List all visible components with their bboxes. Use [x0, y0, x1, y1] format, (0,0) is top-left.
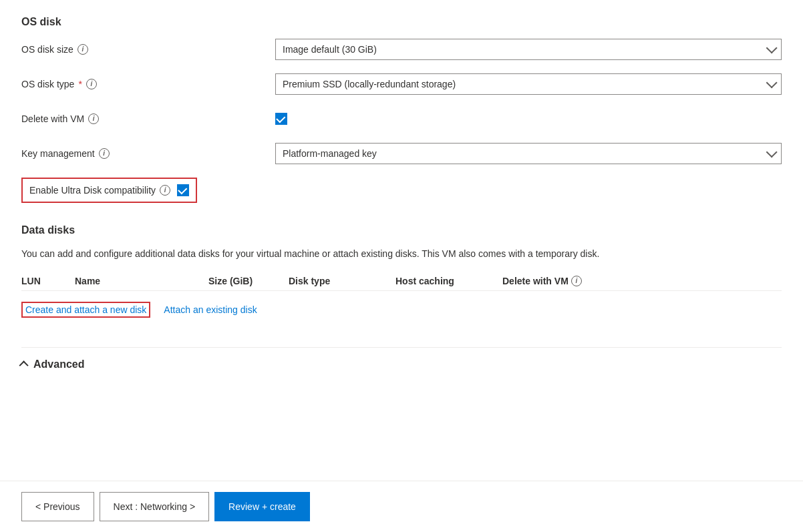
table-header-size: Size (GiB) — [208, 276, 289, 286]
table-header-disk-type: Disk type — [289, 276, 395, 286]
data-disks-table-header: LUN Name Size (GiB) Disk type Host cachi… — [21, 272, 782, 291]
delete-with-vm-control — [275, 113, 782, 125]
table-header-name: Name — [75, 276, 208, 286]
os-disk-size-select[interactable]: Image default (30 GiB) — [275, 39, 782, 60]
os-disk-type-info-icon[interactable]: i — [86, 79, 97, 89]
table-header-lun: LUN — [21, 276, 75, 286]
os-disk-size-row: OS disk size i Image default (30 GiB) — [21, 39, 782, 60]
review-create-button[interactable]: Review + create — [214, 492, 310, 521]
delete-with-vm-checkbox[interactable] — [275, 113, 287, 125]
os-disk-size-chevron-icon — [766, 42, 778, 53]
attach-existing-disk-button[interactable]: Attach an existing disk — [164, 304, 257, 315]
os-disk-section: OS disk OS disk size i Image default (30… — [21, 16, 782, 219]
delete-with-vm-checkbox-wrapper — [275, 113, 782, 125]
os-disk-title: OS disk — [21, 16, 782, 28]
ultra-disk-label: Enable Ultra Disk compatibility i — [29, 185, 170, 196]
table-header-delete-vm-info-icon[interactable]: i — [571, 276, 582, 286]
key-management-info-icon[interactable]: i — [99, 148, 110, 159]
table-header-delete-vm: Delete with VM i — [502, 276, 623, 286]
table-actions: Create and attach a new disk Attach an e… — [21, 294, 782, 326]
required-indicator: * — [78, 79, 82, 89]
footer: < Previous Next : Networking > Review + … — [0, 481, 803, 532]
previous-button[interactable]: < Previous — [21, 492, 94, 521]
key-management-control: Platform-managed key — [275, 143, 782, 164]
ultra-disk-info-icon[interactable]: i — [160, 185, 170, 196]
delete-with-vm-info-icon[interactable]: i — [88, 113, 99, 124]
key-management-chevron-icon — [766, 146, 778, 158]
advanced-chevron-icon — [19, 360, 29, 370]
data-disks-title: Data disks — [21, 224, 782, 236]
key-management-label: Key management i — [21, 148, 275, 159]
key-management-select[interactable]: Platform-managed key — [275, 143, 782, 164]
key-management-row: Key management i Platform-managed key — [21, 143, 782, 164]
create-and-attach-disk-button[interactable]: Create and attach a new disk — [21, 302, 150, 318]
ultra-disk-checkbox[interactable] — [177, 184, 189, 196]
os-disk-type-label: OS disk type * i — [21, 79, 275, 89]
os-disk-type-row: OS disk type * i Premium SSD (locally-re… — [21, 73, 782, 95]
advanced-toggle[interactable]: Advanced — [21, 358, 782, 370]
data-disks-description: You can add and configure additional dat… — [21, 247, 609, 261]
delete-with-vm-label: Delete with VM i — [21, 113, 275, 124]
os-disk-type-control: Premium SSD (locally-redundant storage) — [275, 73, 782, 95]
next-networking-button[interactable]: Next : Networking > — [100, 492, 210, 521]
os-disk-type-select[interactable]: Premium SSD (locally-redundant storage) — [275, 73, 782, 95]
data-disks-section: Data disks You can add and configure add… — [21, 224, 782, 326]
os-disk-type-chevron-icon — [766, 77, 778, 88]
advanced-title: Advanced — [33, 358, 84, 370]
table-header-host-caching: Host caching — [395, 276, 502, 286]
delete-with-vm-row: Delete with VM i — [21, 108, 782, 129]
ultra-disk-row: Enable Ultra Disk compatibility i — [21, 178, 197, 203]
os-disk-size-label: OS disk size i — [21, 44, 275, 55]
os-disk-size-control: Image default (30 GiB) — [275, 39, 782, 60]
advanced-section: Advanced — [21, 347, 782, 370]
os-disk-size-info-icon[interactable]: i — [77, 44, 88, 55]
